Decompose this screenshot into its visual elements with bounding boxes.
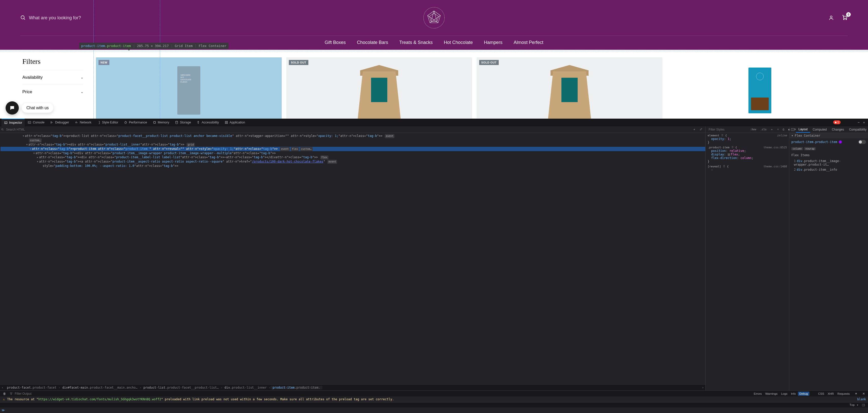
- devtools-tab[interactable]: Performance: [121, 119, 150, 119]
- product-image: [748, 67, 771, 113]
- cart-count-badge: 0: [846, 12, 851, 17]
- nav-link[interactable]: Almost Perfect: [514, 40, 544, 45]
- product-card[interactable]: NEW100% DARKHOTCHOCOLATEFLAKES: [96, 57, 282, 119]
- svg-line-6: [431, 11, 434, 21]
- product-grid: NEW100% DARKHOTCHOCOLATEFLAKESSOLD OUTSO…: [96, 57, 853, 118]
- chat-launcher-button[interactable]: [6, 101, 19, 115]
- product-card[interactable]: [667, 57, 853, 119]
- product-card[interactable]: SOLD OUT: [477, 57, 662, 119]
- svg-line-1: [24, 19, 25, 20]
- nav-link[interactable]: Chocolate Bars: [357, 40, 388, 45]
- chat-label[interactable]: Chat with us: [22, 103, 53, 113]
- chat-icon: [9, 105, 15, 111]
- devtools-tab[interactable]: Inspector: [2, 119, 25, 119]
- devtools-tab[interactable]: Network: [72, 119, 94, 119]
- nav-link[interactable]: Hot Chocolate: [444, 40, 473, 45]
- filter-group[interactable]: Price⌄: [22, 85, 83, 99]
- nav-link[interactable]: Treats & Snacks: [399, 40, 432, 45]
- chevron-down-icon: ⌄: [81, 76, 83, 79]
- product-image: [355, 61, 403, 119]
- product-badge: NEW: [98, 60, 110, 65]
- svg-point-9: [830, 16, 832, 18]
- svg-marker-4: [429, 13, 439, 21]
- brand-logo[interactable]: [423, 6, 445, 29]
- filter-group[interactable]: Availability⌄: [22, 70, 83, 85]
- svg-line-8: [428, 16, 438, 23]
- nav-link[interactable]: Gift Boxes: [324, 40, 346, 45]
- svg-point-11: [846, 19, 847, 20]
- svg-point-0: [21, 16, 24, 19]
- account-icon[interactable]: [828, 15, 834, 21]
- svg-line-5: [434, 11, 437, 21]
- product-card[interactable]: SOLD OUT: [286, 57, 472, 119]
- svg-line-7: [430, 16, 440, 23]
- devtools-tab[interactable]: Console: [25, 119, 47, 119]
- devtools-tab[interactable]: Style Editor: [94, 119, 121, 119]
- product-image: 100% DARKHOTCHOCOLATEFLAKES: [177, 66, 200, 115]
- devtools-tab[interactable]: Storage: [172, 119, 194, 119]
- product-badge: SOLD OUT: [479, 60, 499, 65]
- chevron-down-icon: ⌄: [81, 90, 83, 94]
- devtools-tab[interactable]: Memory: [150, 119, 172, 119]
- filters-title: Filters: [22, 57, 83, 65]
- svg-point-2: [424, 7, 445, 28]
- devtools-tab[interactable]: Application: [222, 119, 248, 119]
- nav-link[interactable]: Hampers: [484, 40, 502, 45]
- cart-button[interactable]: 0: [842, 14, 848, 21]
- svg-point-10: [844, 19, 844, 20]
- inspector-tooltip: product-item.product-item | 285.75 × 394…: [79, 43, 228, 49]
- product-badge: SOLD OUT: [289, 60, 308, 65]
- devtools-tab[interactable]: Accessibility: [194, 119, 221, 119]
- site-header: 0 Gift BoxesChocolate BarsTreats & Snack…: [0, 0, 868, 50]
- devtools-tab[interactable]: Debugger: [48, 119, 71, 119]
- search-icon[interactable]: [20, 15, 26, 21]
- search-input[interactable]: [29, 15, 105, 21]
- product-image: [546, 61, 594, 119]
